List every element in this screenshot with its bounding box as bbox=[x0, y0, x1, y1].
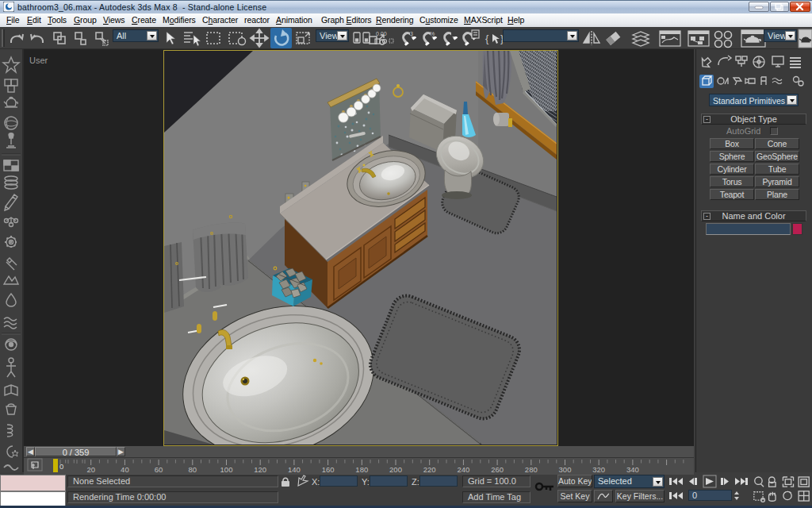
svg-text:20: 20 bbox=[86, 465, 95, 474]
svg-text:260: 260 bbox=[491, 465, 504, 474]
svg-text:%: % bbox=[430, 31, 435, 37]
svg-text:100: 100 bbox=[220, 465, 233, 474]
svg-text:120: 120 bbox=[254, 465, 266, 474]
svg-text:140: 140 bbox=[288, 465, 301, 474]
svg-text:340: 340 bbox=[626, 465, 639, 474]
svg-text:200: 200 bbox=[389, 465, 402, 474]
svg-text:0: 0 bbox=[59, 462, 63, 471]
svg-text:40: 40 bbox=[121, 465, 129, 474]
svg-text:60: 60 bbox=[155, 465, 163, 474]
svg-text:180: 180 bbox=[355, 465, 368, 474]
svg-text:280: 280 bbox=[525, 465, 538, 474]
svg-text:{: { bbox=[485, 33, 489, 44]
svg-text:320: 320 bbox=[592, 465, 605, 474]
svg-text:0.00: 0.00 bbox=[376, 31, 387, 37]
svg-text:220: 220 bbox=[423, 465, 436, 474]
svg-text:160: 160 bbox=[322, 465, 335, 474]
svg-text:240: 240 bbox=[457, 465, 469, 474]
svg-text:300: 300 bbox=[559, 465, 572, 474]
svg-text:3: 3 bbox=[410, 31, 413, 37]
svg-text:80: 80 bbox=[189, 465, 197, 474]
